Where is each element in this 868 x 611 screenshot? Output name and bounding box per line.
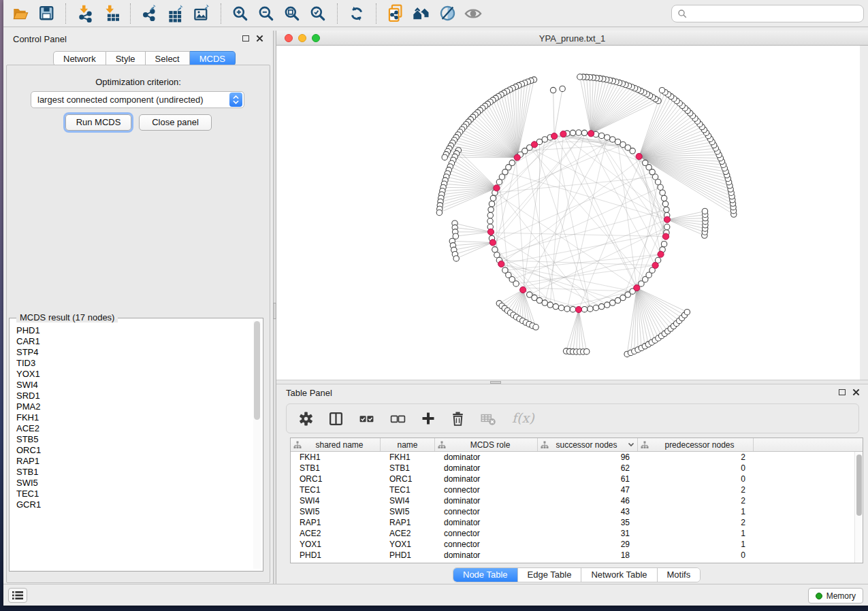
network-node[interactable]: [488, 207, 494, 212]
network-node[interactable]: [598, 133, 604, 138]
tab-edge-table[interactable]: Edge Table: [517, 568, 581, 582]
network-node[interactable]: [494, 252, 500, 258]
network-hub-node[interactable]: [551, 133, 558, 139]
network-hub-node[interactable]: [498, 261, 504, 267]
apply-layout-button[interactable]: [344, 3, 370, 24]
network-node[interactable]: [570, 307, 575, 312]
network-hub-node[interactable]: [560, 131, 566, 137]
network-node[interactable]: [658, 184, 663, 190]
network-canvas[interactable]: [276, 46, 860, 380]
tab-network[interactable]: Network: [53, 51, 106, 66]
network-node[interactable]: [588, 306, 593, 312]
network-hub-node[interactable]: [658, 251, 664, 257]
network-node[interactable]: [581, 307, 587, 312]
network-node[interactable]: [598, 303, 604, 309]
float-panel-icon[interactable]: [839, 389, 846, 395]
table-row[interactable]: SWI5SWI5connector431: [291, 506, 863, 517]
network-leaf-node[interactable]: [577, 74, 583, 80]
column-header-name[interactable]: name: [381, 438, 435, 451]
network-leaf-node[interactable]: [659, 88, 664, 93]
network-node[interactable]: [496, 179, 502, 184]
network-node[interactable]: [664, 224, 670, 229]
network-hub-node[interactable]: [662, 233, 669, 240]
search-input[interactable]: [692, 9, 858, 19]
network-hub-node[interactable]: [634, 285, 640, 291]
network-hub-node[interactable]: [636, 153, 642, 159]
network-node[interactable]: [664, 207, 669, 212]
network-hub-node[interactable]: [514, 154, 520, 161]
mcds-result-item[interactable]: CAR1: [16, 336, 250, 347]
zoom-in-button[interactable]: [227, 3, 253, 24]
network-leaf-node[interactable]: [453, 256, 459, 261]
table-row[interactable]: ORC1ORC1dominator610: [291, 474, 863, 484]
show-column-panel-button[interactable]: [328, 410, 344, 427]
network-node[interactable]: [487, 218, 493, 224]
function-builder-button-disabled[interactable]: f(x): [511, 410, 535, 427]
mcds-result-item[interactable]: STB5: [16, 434, 250, 445]
open-file-button[interactable]: [7, 3, 33, 24]
network-hub-node[interactable]: [575, 306, 581, 312]
network-hub-node[interactable]: [664, 216, 670, 222]
network-leaf-node[interactable]: [453, 233, 458, 239]
network-node[interactable]: [492, 247, 498, 252]
float-panel-icon[interactable]: [242, 35, 249, 42]
toggle-bird-eye-button[interactable]: [460, 3, 486, 24]
import-network-button[interactable]: [72, 3, 98, 24]
network-hub-node[interactable]: [487, 229, 494, 235]
mcds-result-item[interactable]: PHD1: [16, 325, 250, 336]
tab-mcds[interactable]: MCDS: [190, 51, 236, 66]
mcds-result-item[interactable]: RAP1: [16, 456, 250, 467]
network-node[interactable]: [564, 306, 570, 312]
network-leaf-node[interactable]: [436, 210, 442, 215]
network-hub-node[interactable]: [520, 286, 526, 293]
show-task-history-button[interactable]: [8, 588, 27, 603]
select-all-columns-button[interactable]: [358, 410, 375, 427]
network-node[interactable]: [570, 130, 575, 135]
network-node[interactable]: [542, 300, 547, 306]
memory-button[interactable]: Memory: [808, 588, 863, 604]
network-node[interactable]: [610, 300, 615, 306]
scrollbar-thumb[interactable]: [254, 321, 260, 420]
column-header-shared-name[interactable]: shared name: [291, 438, 381, 451]
network-leaf-node[interactable]: [684, 309, 690, 314]
network-node[interactable]: [662, 201, 668, 206]
export-network-button[interactable]: [137, 3, 163, 24]
delete-table-button-disabled[interactable]: [480, 410, 496, 427]
optimization-criterion-select[interactable]: largest connected component (undirected): [31, 91, 244, 108]
table-row[interactable]: FKH1FKH1dominator962: [291, 452, 863, 463]
table-row[interactable]: PHD1PHD1dominator180: [291, 550, 863, 561]
close-panel-icon[interactable]: [852, 389, 860, 396]
network-leaf-node[interactable]: [550, 87, 556, 93]
mcds-result-item[interactable]: TID3: [16, 358, 250, 369]
network-node[interactable]: [581, 130, 587, 135]
mcds-result-item[interactable]: TEC1: [16, 489, 250, 499]
network-node[interactable]: [605, 302, 610, 308]
mcds-result-item[interactable]: ORC1: [16, 445, 250, 456]
scrollbar-thumb[interactable]: [856, 455, 862, 516]
table-row[interactable]: SWI4SWI4dominator462: [291, 495, 863, 506]
mcds-result-item[interactable]: STP4: [16, 347, 250, 358]
mcds-result-item[interactable]: FKH1: [16, 412, 250, 423]
network-node[interactable]: [487, 212, 493, 218]
network-leaf-node[interactable]: [584, 348, 590, 354]
table-scrollbar[interactable]: [854, 452, 863, 563]
tab-select[interactable]: Select: [146, 51, 190, 66]
horizontal-splitter[interactable]: [276, 380, 868, 384]
close-panel-button[interactable]: Close panel: [139, 114, 212, 131]
network-node[interactable]: [558, 305, 564, 310]
export-image-button[interactable]: [189, 3, 214, 24]
zoom-fit-button[interactable]: [279, 3, 305, 24]
mcds-result-item[interactable]: STB1: [16, 467, 250, 478]
network-hub-node[interactable]: [531, 142, 537, 148]
network-hub-node[interactable]: [652, 262, 658, 268]
network-node[interactable]: [661, 241, 666, 246]
network-node[interactable]: [615, 139, 620, 144]
column-header-predecessor-nodes[interactable]: predecessor nodes: [638, 438, 754, 451]
tab-node-table[interactable]: Node Table: [453, 568, 517, 582]
network-node[interactable]: [536, 297, 542, 303]
mcds-list-scrollbar[interactable]: [253, 320, 261, 569]
import-table-button[interactable]: [98, 3, 124, 24]
tab-style[interactable]: Style: [106, 51, 146, 66]
network-node[interactable]: [610, 137, 615, 142]
mcds-result-item[interactable]: ACE2: [16, 423, 250, 434]
